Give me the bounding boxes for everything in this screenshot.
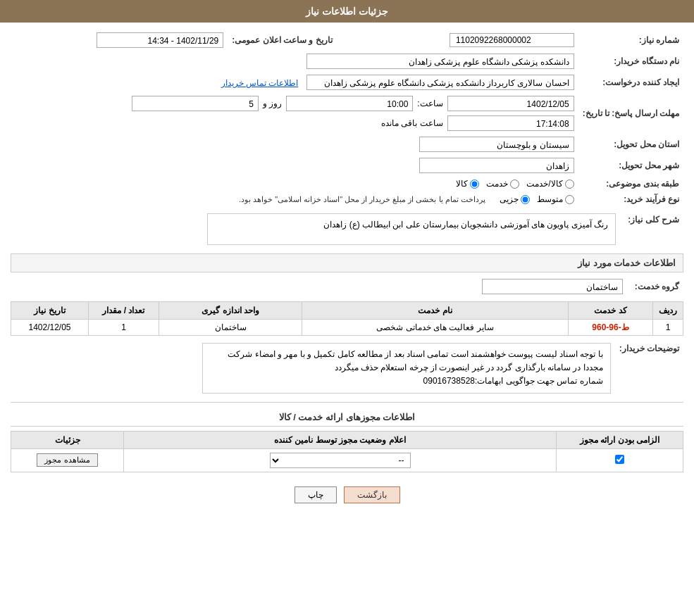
buyer-org-value: دانشکده پزشکی دانشگاه علوم پزشکی زاهدان	[306, 54, 574, 69]
category-kala-khedmat-option: کالا/خدمت	[526, 179, 574, 189]
col-unit: واحد اندازه گیری	[159, 302, 302, 320]
page-title: جزئیات اطلاعات نیاز	[306, 6, 388, 17]
permissions-section-title: اطلاعات مجوزهای ارائه خدمت / کالا	[11, 408, 683, 427]
col-code: کد خدمت	[569, 302, 653, 320]
creator-value: احسان سالاری کاربرداز دانشکده پزشکی دانش…	[306, 75, 574, 90]
category-khedmat-label: خدمت	[486, 179, 508, 189]
process-motevaset-radio[interactable]	[565, 195, 574, 204]
category-kala-khedmat-radio[interactable]	[565, 180, 574, 189]
perm-status-cell: --	[124, 448, 557, 472]
announce-value: 1402/11/29 - 14:34	[97, 32, 223, 48]
city-value: زاهدان	[419, 158, 574, 173]
buyer-org-label: نام دستگاه خریدار:	[578, 51, 683, 72]
process-label: نوع فرآیند خرید:	[578, 191, 683, 207]
need-number-value: 1102092268000002	[365, 30, 578, 51]
category-kala-option: کالا	[456, 179, 479, 189]
perm-details-cell: مشاهده مجوز	[11, 448, 124, 472]
category-kala-label: کالا	[456, 179, 468, 189]
permissions-table: الزامی بودن ارائه مجوز اعلام وضعیت مجوز …	[11, 431, 683, 472]
perm-col-status: اعلام وضعیت مجوز توسط نامین کننده	[124, 431, 557, 448]
process-jozi-label: جزیی	[500, 194, 519, 204]
service-date: 1402/12/05	[11, 320, 89, 336]
service-group-value: ساختمان	[482, 279, 623, 294]
category-kala-khedmat-label: کالا/خدمت	[526, 179, 562, 189]
service-quantity: 1	[89, 320, 159, 336]
page-header: جزئیات اطلاعات نیاز	[0, 0, 694, 23]
process-note: پرداخت تمام یا بخشی از مبلغ خریدار از مح…	[239, 195, 485, 204]
province-label: استان محل تحویل:	[578, 134, 683, 155]
days-value: 5	[132, 96, 259, 111]
perm-col-required: الزامی بودن ارائه مجوز	[557, 431, 683, 448]
process-jozi-option: جزیی	[500, 194, 530, 204]
send-date-label: مهلت ارسال پاسخ: تا تاریخ:	[578, 93, 683, 134]
perm-required-checkbox[interactable]	[615, 455, 624, 464]
category-khedmat-option: خدمت	[486, 179, 519, 189]
time-label: ساعت:	[417, 99, 442, 108]
col-quantity: تعداد / مقدار	[89, 302, 159, 320]
announce-label: تاریخ و ساعت اعلان عمومی:	[228, 30, 336, 51]
table-row: 1 ط-96-960 سایر فعالیت های خدماتی شخصی س…	[11, 320, 683, 336]
remaining-time: 17:14:08	[447, 115, 574, 131]
main-content: شماره نیاز: 1102092268000002 تاریخ و ساع…	[0, 23, 694, 517]
contact-link[interactable]: اطلاعات تماس خریدار	[221, 78, 299, 88]
city-label: شهر محل تحویل:	[578, 155, 683, 176]
buyer-notes-table: توضیحات خریدار: با توجه اسناد لیست پیوست…	[11, 340, 683, 396]
perm-required-cell	[557, 448, 683, 472]
bottom-buttons: بازگشت چاپ	[11, 476, 683, 510]
creator-label: ایجاد کننده درخواست:	[578, 72, 683, 93]
buyer-notes-value: با توجه اسناد لیست پیوست خواهشمند است تم…	[202, 343, 611, 394]
need-number-label: شماره نیاز:	[578, 30, 683, 51]
page-container: جزئیات اطلاعات نیاز شماره نیاز: 11020922…	[0, 0, 694, 616]
perm-status-select[interactable]: --	[270, 453, 411, 468]
table-row: -- مشاهده مجوز	[11, 448, 683, 472]
col-row: ردیف	[653, 302, 683, 320]
services-table: ردیف کد خدمت نام خدمت واحد اندازه گیری ت…	[11, 301, 683, 336]
remaining-label: ساعت باقی مانده	[381, 118, 443, 128]
back-button[interactable]: بازگشت	[344, 486, 400, 503]
perm-col-details: جزئیات	[11, 431, 124, 448]
service-unit: ساختمان	[159, 320, 302, 336]
buyer-notes-label: توضیحات خریدار:	[615, 340, 683, 396]
time-value: 10:00	[286, 96, 413, 111]
need-desc-table: شرح کلی نیاز: رنگ آمیزی پاویون های آموزش…	[11, 210, 683, 248]
date-value: 1402/12/05	[447, 96, 574, 111]
need-desc-label: شرح کلی نیاز:	[620, 210, 683, 248]
row-number: 1	[653, 320, 683, 336]
category-khedmat-radio[interactable]	[510, 180, 519, 189]
service-code: ط-96-960	[569, 320, 653, 336]
service-group-label: گروه خدمت:	[627, 276, 683, 297]
service-name: سایر فعالیت های خدماتی شخصی	[302, 320, 569, 336]
service-group-table: گروه خدمت: ساختمان	[11, 276, 683, 297]
category-label: طبقه بندی موضوعی:	[578, 176, 683, 191]
process-motevaset-option: متوسط	[537, 194, 574, 204]
services-section-title: اطلاعات خدمات مورد نیاز	[11, 253, 683, 272]
province-value: سیستان و بلوچستان	[419, 137, 574, 152]
print-button[interactable]: چاپ	[295, 486, 337, 503]
process-jozi-radio[interactable]	[521, 195, 530, 204]
process-motevaset-label: متوسط	[537, 194, 563, 204]
day-label: روز و	[263, 99, 282, 108]
view-permit-button[interactable]: مشاهده مجوز	[37, 453, 97, 467]
need-desc-value: رنگ آمیزی پاویون های آموزشی دانشجویان بی…	[207, 213, 616, 245]
category-kala-radio[interactable]	[470, 180, 479, 189]
col-name: نام خدمت	[302, 302, 569, 320]
need-info-table: شماره نیاز: 1102092268000002 تاریخ و ساع…	[11, 30, 683, 207]
col-date: تاریخ نیاز	[11, 302, 89, 320]
